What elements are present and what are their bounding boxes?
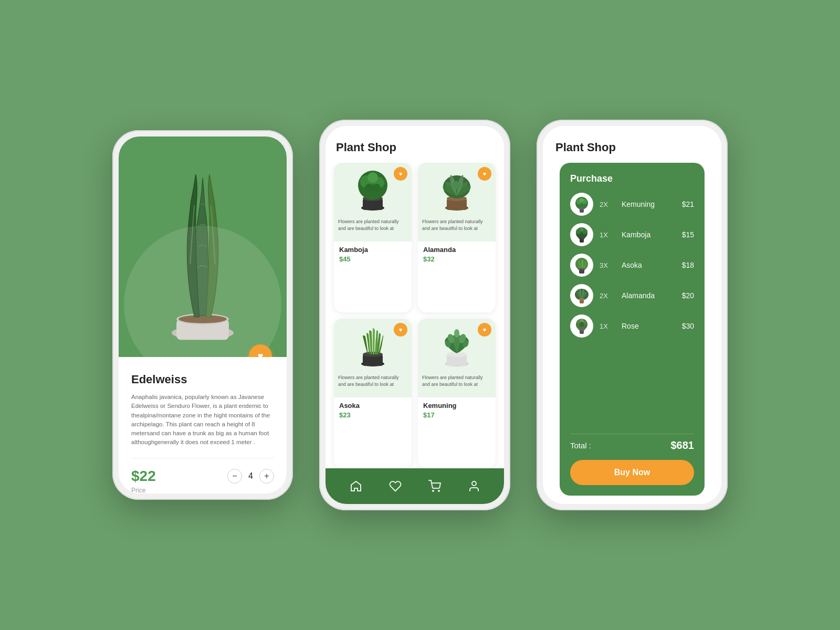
item-name-rose: Rose <box>622 322 676 330</box>
plant-card-image-1: ♥ <box>334 163 412 215</box>
snake-plant-illustration <box>119 136 287 357</box>
plant-price-4: $17 <box>423 411 490 419</box>
plant-card-desc-3: Flowers are planted naturally and are be… <box>334 371 412 397</box>
plant-name-2: Alamanda <box>423 246 490 254</box>
item-qty-asoka: 3X <box>600 261 615 269</box>
purchase-card: Purchase <box>560 163 705 496</box>
kemuning-plant-svg <box>437 323 477 368</box>
svg-point-41 <box>580 227 584 232</box>
plant-card-info-3: Asoka $23 <box>334 397 412 423</box>
svg-point-17 <box>453 181 461 190</box>
kamboja-plant-svg <box>353 167 393 212</box>
svg-point-31 <box>472 481 476 486</box>
plant-price-3: $23 <box>339 411 406 419</box>
plant-card-image-2: ♥ <box>418 163 496 215</box>
svg-point-29 <box>433 490 434 491</box>
plant-name: Edelweiss <box>131 373 274 386</box>
item-price-kemuning: $21 <box>682 200 694 208</box>
plant-name-4: Kemuning <box>423 402 490 410</box>
plant-card-info-2: Alamanda $32 <box>418 242 496 267</box>
plant-grid: ♥ <box>326 163 504 468</box>
phone2-header: Plant Shop <box>326 126 504 163</box>
plant-card-image-4: ♥ <box>418 319 496 371</box>
item-price-kamboja: $15 <box>682 230 694 239</box>
card-heart-1[interactable]: ♥ <box>394 167 407 181</box>
svg-rect-1 <box>176 319 229 340</box>
item-price-alamanda: $20 <box>682 291 694 300</box>
plant-detail-content: Edelweiss Anaphalis javanica, popularly … <box>119 357 287 494</box>
svg-point-12 <box>372 184 381 192</box>
asoka-plant-svg <box>353 323 393 368</box>
plant-card-info-1: Kamboja $45 <box>334 242 412 267</box>
svg-point-43 <box>579 237 585 239</box>
svg-point-10 <box>368 172 378 183</box>
purchase-divider <box>570 434 694 434</box>
svg-point-37 <box>579 207 585 209</box>
plant-card-info-4: Kemuning $17 <box>418 397 496 423</box>
quantity-increase-button[interactable]: + <box>259 469 274 484</box>
svg-point-54 <box>579 322 584 327</box>
plant-price-2: $32 <box>423 255 490 263</box>
divider <box>131 458 274 458</box>
nav-cart-button[interactable] <box>424 476 445 497</box>
item-qty-kemuning: 2X <box>600 201 615 208</box>
hero-section: ♥ <box>119 136 287 357</box>
item-price-rose: $30 <box>682 322 694 330</box>
item-price-asoka: $18 <box>682 261 694 269</box>
item-image-rose <box>570 314 593 338</box>
favorite-button[interactable]: ♥ <box>249 344 272 357</box>
alamanda-plant-svg <box>437 167 477 212</box>
plant-card-desc-1: Flowers are planted naturally and are be… <box>334 215 412 242</box>
plant-name-1: Kamboja <box>339 246 406 254</box>
svg-point-11 <box>365 184 373 192</box>
purchase-items-list: 2X Kemuning $21 <box>570 193 694 428</box>
item-name-kemuning: Kemuning <box>622 200 676 208</box>
card-heart-2[interactable]: ♥ <box>478 167 491 181</box>
plant-card-desc-2: Flowers are planted naturally and are be… <box>418 215 496 242</box>
svg-point-56 <box>579 329 585 331</box>
purchase-item-asoka: 3X Asoka $18 <box>570 254 694 277</box>
item-qty-alamanda: 2X <box>600 292 615 300</box>
plant-card-kemuning[interactable]: ♥ <box>418 319 496 468</box>
app-title-phone3: Plant Shop <box>555 141 709 154</box>
total-row: Total : $681 <box>570 439 694 452</box>
svg-point-46 <box>578 268 585 270</box>
card-heart-3[interactable]: ♥ <box>394 323 407 337</box>
nav-favorites-button[interactable] <box>385 476 406 497</box>
heart-icon: ♥ <box>258 351 264 358</box>
phone3-header: Plant Shop <box>543 126 721 163</box>
item-name-asoka: Asoka <box>622 261 676 269</box>
price-label: Price <box>131 487 274 494</box>
purchase-title: Purchase <box>570 173 694 184</box>
item-image-kemuning <box>570 193 593 216</box>
svg-point-49 <box>579 298 585 300</box>
item-qty-kamboja: 1X <box>600 231 615 239</box>
plant-card-alamanda[interactable]: ♥ <box>418 163 496 312</box>
total-amount: $681 <box>671 439 695 452</box>
plant-card-asoka[interactable]: ♥ <box>334 319 412 468</box>
svg-point-0 <box>172 326 234 340</box>
quantity-controls: − 4 + <box>227 469 274 484</box>
nav-profile-button[interactable] <box>464 476 485 497</box>
item-name-kamboja: Kamboja <box>622 230 676 239</box>
buy-now-button-phone3[interactable]: Buy Now <box>570 460 694 485</box>
purchase-item-kemuning: 2X Kemuning $21 <box>570 193 694 216</box>
quantity-value: 4 <box>248 471 253 481</box>
quantity-decrease-button[interactable]: − <box>227 469 242 484</box>
card-heart-4[interactable]: ♥ <box>478 323 491 337</box>
item-qty-rose: 1X <box>600 322 615 330</box>
purchase-item-alamanda: 2X Alamanda $20 <box>570 284 694 307</box>
plant-name-3: Asoka <box>339 402 406 410</box>
nav-home-button[interactable] <box>345 476 366 497</box>
plant-price: $22 <box>131 468 156 485</box>
item-image-alamanda <box>570 284 593 307</box>
plant-price-1: $45 <box>339 255 406 263</box>
purchase-item-rose: 1X Rose $30 <box>570 314 694 338</box>
item-image-kamboja <box>570 223 593 246</box>
phone-3: Plant Shop Purchase <box>537 120 728 510</box>
plant-description: Anaphalis javanica, popularly known as J… <box>131 393 274 447</box>
plant-card-kamboja[interactable]: ♥ <box>334 163 412 312</box>
svg-point-2 <box>176 313 229 324</box>
app-title-phone2: Plant Shop <box>336 141 494 154</box>
svg-point-30 <box>438 490 439 491</box>
